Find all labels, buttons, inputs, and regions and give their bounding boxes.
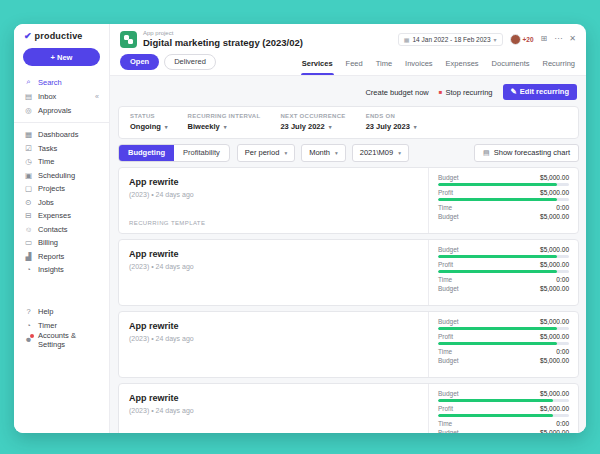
progress-track	[438, 255, 569, 258]
show-forecasting-chart-button[interactable]: ▤ Show forecasting chart	[474, 144, 579, 162]
tab[interactable]: Services	[301, 55, 334, 75]
show-forecasting-chart-label: Show forecasting chart	[494, 148, 570, 157]
budget-row[interactable]: App rewrite (2023) • 24 days ago Budget …	[118, 311, 579, 378]
sidebar-item-label: Search	[38, 78, 62, 87]
sidebar-item[interactable]: ▭ Billing	[14, 236, 109, 250]
sidebar-item-icon: ▤	[24, 92, 33, 101]
filter-dropdown[interactable]: STATUS Ongoing ▾	[130, 113, 168, 131]
metric-value: $5,000.00	[540, 405, 569, 412]
budget-row[interactable]: App rewrite (2023) • 24 days ago Budget …	[118, 383, 579, 433]
tab[interactable]: Invoices	[404, 55, 434, 75]
close-icon[interactable]: ✕	[569, 35, 576, 43]
metric-label: Budget	[438, 213, 459, 220]
status-and-tabs-row: Open Delivered Services Feed Time Invoic…	[110, 51, 586, 76]
sidebar-item[interactable]: ◎ Approvals	[14, 103, 109, 117]
metric-row: Budget $5,000.00	[438, 213, 569, 220]
filter-dropdown[interactable]: ENDS ON 23 July 2023 ▾	[366, 113, 417, 131]
budget-title: App rewrite	[129, 393, 418, 403]
sidebar-item[interactable]: ⊙ Jobs	[14, 196, 109, 210]
metric-label: Time	[438, 204, 452, 211]
main-area: App project Digital marketing strategy (…	[110, 24, 586, 433]
stop-recurring-button[interactable]: ■ Stop recurring	[439, 88, 493, 97]
sidebar-item-icon: ?	[24, 307, 33, 316]
metric-value: 0:00	[556, 420, 569, 427]
chevron-down-icon: ▾	[414, 124, 417, 130]
metric-row: Budget $5,000.00	[438, 246, 569, 253]
filter-dropdown[interactable]: NEXT OCCURRENCE 23 July 2022 ▾	[280, 113, 345, 131]
sidebar-item[interactable]: ▣ Scheduling	[14, 169, 109, 183]
status-pill[interactable]: Delivered	[164, 54, 216, 70]
chevron-down-icon: ▾	[335, 150, 338, 156]
sidebar-item-icon: ▦	[24, 130, 33, 139]
budget-title: App rewrite	[129, 249, 418, 259]
sidebar-item-icon: ⊟	[24, 211, 33, 220]
metric-value: $5,000.00	[540, 213, 569, 220]
actions-row: Create budget now ■ Stop recurring ✎ Edi…	[118, 81, 579, 101]
grid-icon[interactable]: ⊞	[541, 35, 548, 43]
progress-track	[438, 270, 569, 273]
metric-label: Budget	[438, 285, 459, 292]
sidebar-item-label: Reports	[38, 252, 64, 261]
chevron-down-icon: ▾	[329, 124, 332, 130]
segment-button[interactable]: Profitability	[174, 145, 229, 161]
metric-value: $5,000.00	[540, 174, 569, 181]
edit-recurring-button[interactable]: ✎ Edit recurring	[503, 84, 577, 100]
budget-row[interactable]: App rewrite (2023) • 24 days ago Budget …	[118, 239, 579, 306]
select-dropdown[interactable]: Per period ▾	[237, 144, 295, 162]
metric-label: Budget	[438, 318, 459, 325]
sidebar-item[interactable]: ⌕ Search	[14, 75, 109, 89]
members-group[interactable]: +20	[510, 34, 534, 45]
segment-button[interactable]: Budgeting	[119, 145, 174, 161]
sidebar-item[interactable]: ? Help	[14, 305, 109, 319]
sidebar-item[interactable]: ▦ Dashboards	[14, 128, 109, 142]
metric-row: Profit $5,000.00	[438, 261, 569, 268]
budget-row[interactable]: App rewrite (2023) • 24 days ago RECURRI…	[118, 167, 579, 234]
sidebar-item[interactable]: ◷ Time	[14, 155, 109, 169]
sidebar-item-icon: ☺	[24, 225, 33, 234]
budget-metrics: Budget $5,000.00 Profit $5,000.00	[428, 384, 578, 433]
sidebar-item[interactable]: ▢ Projects	[14, 182, 109, 196]
date-range-picker[interactable]: ▦ 14 Jan 2022 - 18 Feb 2023 ▾	[398, 33, 503, 46]
tab[interactable]: Documents	[491, 55, 531, 75]
edit-recurring-label: Edit recurring	[520, 87, 569, 96]
create-budget-now-link[interactable]: Create budget now	[365, 88, 428, 97]
sidebar-item[interactable]: ▟ Reports	[14, 250, 109, 264]
sidebar-item-icon: ◎	[24, 106, 33, 115]
sidebar-item[interactable]: ☑ Tasks	[14, 142, 109, 156]
sidebar-item[interactable]: ◔ Insights	[14, 263, 109, 277]
tab[interactable]: Time	[375, 55, 393, 75]
sidebar-item[interactable]: ▤ Inbox «	[14, 89, 109, 103]
select-value: 2021\M09	[360, 148, 393, 157]
sidebar-item-label: Scheduling	[38, 171, 75, 180]
toolbar-selects: Per period ▾ Month ▾ 2021\M09 ▾	[237, 144, 409, 162]
sidebar-item-icon: ◔	[24, 321, 33, 330]
sidebar-item[interactable]: ⊟ Expenses	[14, 209, 109, 223]
tab[interactable]: Recurring	[541, 55, 576, 75]
budget-row-info: App rewrite (2023) • 24 days ago RECURRI…	[119, 168, 428, 233]
sidebar-item-label: Billing	[38, 238, 58, 247]
status-pills: Open Delivered	[120, 54, 221, 75]
avatar-overflow-count: +20	[523, 36, 534, 43]
filter-value-text: Ongoing	[130, 122, 161, 131]
view-segmented-control: Budgeting Profitability	[118, 144, 230, 162]
sidebar-item[interactable]: ☺ Contacts	[14, 223, 109, 237]
sidebar-item-icon: ◔	[24, 265, 33, 274]
collapse-icon[interactable]: «	[95, 93, 99, 100]
metric-row: Time 0:00	[438, 204, 569, 211]
tab[interactable]: Expenses	[445, 55, 480, 75]
metric-value: 0:00	[556, 204, 569, 211]
chevron-down-icon: ▾	[494, 36, 497, 43]
metric-label: Profit	[438, 333, 453, 340]
progress-track	[438, 414, 569, 417]
sidebar-item[interactable]: ☻ Accounts & Settings	[14, 333, 109, 347]
project-icon	[120, 31, 137, 48]
metric-value: $5,000.00	[540, 318, 569, 325]
new-button[interactable]: + New	[23, 48, 100, 66]
status-pill[interactable]: Open	[120, 54, 159, 70]
select-dropdown[interactable]: 2021\M09 ▾	[352, 144, 409, 162]
tab[interactable]: Feed	[345, 55, 364, 75]
more-icon[interactable]: ⋯	[554, 35, 562, 43]
filter-dropdown[interactable]: RECURRING INTERVAL Biweekly ▾	[188, 113, 261, 131]
sidebar-item-label: Insights	[38, 265, 64, 274]
select-dropdown[interactable]: Month ▾	[301, 144, 346, 162]
